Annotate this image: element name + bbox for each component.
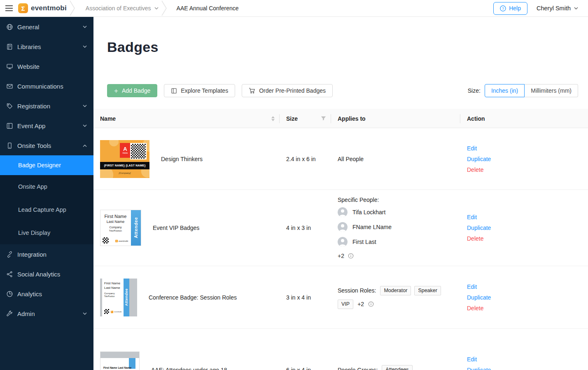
person-avatar [338,222,348,232]
column-header-applies-to: Applies to [331,109,460,128]
badge-thumbnail-event-vip[interactable]: First Name Last Name Company Title/Posit… [100,210,141,246]
size-millimeters-option[interactable]: Millimiters (mm) [525,84,578,97]
onsite-tools-submenu: Badge Designer Onsite App Lead Capture A… [0,155,93,244]
person-avatar [338,207,348,217]
mobile-icon [6,142,13,149]
shopping-cart-icon [249,87,255,94]
edit-link[interactable]: Edit [467,145,581,152]
action-cell: Edit Duplicate Delete [460,273,588,322]
chevron-down-icon [154,7,159,10]
column-header-size[interactable]: Size [280,109,331,128]
badge-size: 3 in x 4 in [280,288,331,307]
sidebar-item-libraries[interactable]: Libraries [0,37,93,56]
sidebar-item-website[interactable]: Website [0,56,93,76]
eventmobi-logo-text: eventmobi [31,4,67,12]
sidebar-item-admin[interactable]: Admin [0,304,93,323]
person-name: Tifa Lockhart [352,209,385,215]
badge-thumbnail-session-roles[interactable]: First Name Last Name Company Title/Posit… [100,279,137,316]
sidebar-item-onsite-app[interactable]: Onsite App [0,175,93,198]
size-label: Size: [468,87,481,94]
duplicate-link[interactable]: Duplicate [467,156,581,162]
pie-chart-icon [6,290,13,297]
badge-thumbnail-attendees-under-18[interactable]: First Name Last Name Title/Position Σ ev… [100,351,140,370]
libraries-icon [6,43,13,50]
hamburger-menu-icon[interactable] [0,0,18,16]
qr-code [104,309,110,314]
sidebar-item-lead-capture-app[interactable]: Lead Capture App [0,198,93,221]
breadcrumb-organization[interactable]: Association of Executives [86,5,159,12]
sidebar-item-communications[interactable]: Communications [0,76,93,96]
badge-name-placeholder: {FIRST NAME} {LAST NAME} [100,162,149,169]
badge-applies-to: Session Roles: Moderator Speaker VIP +2 [331,279,460,316]
help-button[interactable]: ? Help [493,2,527,15]
sidebar-item-registration[interactable]: Registration [0,96,93,116]
tag-icon [6,103,13,110]
person-item: FName LName [338,221,454,233]
badge-thumbnail-design-thinkers[interactable]: A Adobe {FIRST NAME} {LAST NAME} [Compan… [100,140,149,178]
sidebar-item-integration[interactable]: Integration [0,244,93,264]
chevron-down-icon [83,105,87,108]
badge-company-placeholder: [Company] [100,172,149,174]
column-header-action: Action [460,109,588,128]
badge-name: Conference Badge: Session Roles [149,294,237,301]
chevron-up-icon [83,144,87,147]
breadcrumb-event-label: AAE Annual Conference [177,5,239,12]
monitor-icon [6,63,13,70]
edit-link[interactable]: Edit [467,356,581,363]
explore-templates-button[interactable]: Explore Templates [164,84,235,97]
size-inches-option[interactable]: Inches (in) [485,84,525,97]
edit-link[interactable]: Edit [467,214,581,220]
breadcrumb-organization-label: Association of Executives [86,5,151,12]
delete-link[interactable]: Delete [467,235,581,242]
page-title: Badges [107,39,588,55]
sidebar-item-onsite-tools[interactable]: Onsite Tools [0,136,93,155]
person-avatar [338,237,348,247]
plug-icon [6,251,13,258]
sidebar-item-event-app[interactable]: Event App [0,116,93,136]
sort-icon[interactable] [271,116,275,121]
eventmobi-logo-icon: Σ [18,3,28,13]
eventmobi-logo[interactable]: Σ eventmobi [18,3,67,13]
user-menu[interactable]: Cheryl Smith [537,5,578,12]
chevron-down-icon [83,312,87,315]
breadcrumb-separator-icon [161,0,168,16]
table-row: First Name Last Name Title/Position Σ ev… [93,329,588,370]
role-tag: Speaker [414,286,441,295]
info-circle-icon[interactable] [368,301,374,307]
badges-table: Name Size Applies to Action A Adobe [93,109,588,370]
duplicate-link[interactable]: Duplicate [467,225,581,231]
sidebar-item-analytics[interactable]: Analytics [0,284,93,304]
more-count: +2 [338,253,344,259]
sidebar-item-general[interactable]: General [0,17,93,37]
toolbar: + Add Badge Explore Templates Order Pre-… [107,84,578,97]
add-badge-button[interactable]: + Add Badge [107,84,157,97]
table-row: First Name Last Name Company Title/Posit… [93,190,588,266]
breadcrumb-event: AAE Annual Conference [177,5,239,12]
help-button-label: Help [509,5,521,12]
badge-applies-to: Specific People: Tifa Lockhart FName LNa… [331,190,460,266]
edit-link[interactable]: Edit [467,283,581,290]
main-content: Badges + Add Badge Explore Templates Ord… [93,17,588,370]
action-cell: Edit Duplicate Delete [460,134,588,184]
duplicate-link[interactable]: Duplicate [467,294,581,301]
delete-link[interactable]: Delete [467,305,581,311]
info-circle-icon[interactable] [348,253,354,259]
role-tag: VIP [338,300,353,309]
badge-applies-to: People Groups: Attendees [331,358,460,370]
chevron-down-icon [83,45,87,48]
adobe-logo: A Adobe [120,143,131,158]
person-name: First Last [352,239,376,245]
badge-applies-to: All People [331,149,460,169]
filter-icon[interactable] [321,116,326,121]
sidebar-item-live-display[interactable]: Live Display [0,221,93,244]
layout-icon [6,122,13,129]
delete-link[interactable]: Delete [467,166,581,173]
duplicate-link[interactable]: Duplicate [467,367,581,370]
user-name: Cheryl Smith [537,5,571,12]
person-item: First Last [338,236,454,248]
column-header-name[interactable]: Name [93,109,280,128]
sidebar-item-social-analytics[interactable]: Social Analytics [0,264,93,284]
chevron-down-icon [83,26,87,28]
order-preprinted-badges-button[interactable]: Order Pre-Printed Badges [242,84,333,97]
sidebar-item-badge-designer[interactable]: Badge Designer [0,155,93,175]
